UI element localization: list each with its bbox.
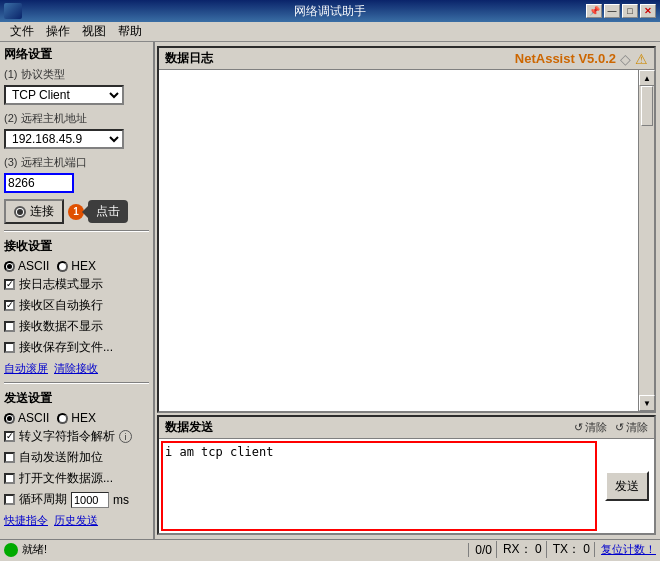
send-links-row: 快捷指令 历史发送 <box>4 513 149 528</box>
log-icons: NetAssist V5.0.2 ◇ ⚠ <box>515 51 648 67</box>
connect-radio-icon <box>14 206 26 218</box>
clear-label-2: 清除 <box>626 420 648 435</box>
data-send-header: 数据发送 ↺ 清除 ↺ 清除 <box>159 417 654 439</box>
log-scrollbar: ▲ ▼ <box>638 70 654 411</box>
cb2-checkbox[interactable] <box>4 300 15 311</box>
protocol-type-select[interactable]: TCP Client TCP Server UDP <box>4 85 124 105</box>
send-hex-radio[interactable] <box>57 413 68 424</box>
status-bar: 就绪! 0/0 RX： 0 TX： 0 复位计数！ <box>0 539 660 559</box>
title-bar: 网络调试助手 📌 — □ ✕ <box>0 0 660 22</box>
menu-bar: 文件 操作 视图 帮助 <box>0 22 660 42</box>
clear-label-1: 清除 <box>585 420 607 435</box>
clear-receive-link[interactable]: 清除接收 <box>54 361 98 376</box>
cb5-label: 转义字符指令解析 <box>19 428 115 445</box>
remote-host-label: (2) 远程主机地址 <box>4 111 149 126</box>
log-content[interactable] <box>159 70 638 411</box>
cb7-row: 打开文件数据源... <box>4 470 149 487</box>
connect-button[interactable]: 连接 <box>4 199 64 224</box>
receive-hex-label[interactable]: HEX <box>57 259 96 273</box>
scroll-thumb <box>641 86 653 126</box>
close-button[interactable]: ✕ <box>640 4 656 18</box>
cb7-label: 打开文件数据源... <box>19 470 113 487</box>
cycle-period-input[interactable] <box>71 492 109 508</box>
cb7-checkbox[interactable] <box>4 473 15 484</box>
cb4-row: 接收保存到文件... <box>4 339 149 356</box>
cb8-label: 循环周期 <box>19 491 67 508</box>
menu-help[interactable]: 帮助 <box>112 21 148 42</box>
scroll-down-arrow[interactable]: ▼ <box>639 395 655 411</box>
menu-view[interactable]: 视图 <box>76 21 112 42</box>
cb1-checkbox[interactable] <box>4 279 15 290</box>
pin-button[interactable]: 📌 <box>586 4 602 18</box>
cb2-label: 接收区自动换行 <box>19 297 103 314</box>
divider-2 <box>4 382 149 384</box>
cb5-checkbox[interactable] <box>4 431 15 442</box>
remote-port-input[interactable] <box>4 173 74 193</box>
cycle-period-unit: ms <box>113 493 129 507</box>
cb6-checkbox[interactable] <box>4 452 15 463</box>
cb3-label: 接收数据不显示 <box>19 318 103 335</box>
send-button[interactable]: 发送 <box>605 471 649 501</box>
receive-hex-radio[interactable] <box>57 261 68 272</box>
rx-label: RX： 0 <box>496 541 542 558</box>
cb8-checkbox[interactable] <box>4 494 15 505</box>
receive-ascii-radio[interactable] <box>4 261 15 272</box>
scroll-track[interactable] <box>639 86 654 395</box>
app-icon <box>4 3 22 19</box>
scroll-up-arrow[interactable]: ▲ <box>639 70 655 86</box>
warn-icon: ⚠ <box>635 51 648 67</box>
send-textarea[interactable]: i am tcp client <box>161 441 597 531</box>
cb8-row: 循环周期 ms <box>4 491 149 508</box>
rx-count: 0/0 <box>468 543 492 557</box>
minimize-button[interactable]: — <box>604 4 620 18</box>
data-send-area: 数据发送 ↺ 清除 ↺ 清除 i am tcp client <box>157 415 656 535</box>
status-icon <box>4 543 18 557</box>
receive-links-row: 自动滚屏 清除接收 <box>4 361 149 376</box>
network-settings-title: 网络设置 <box>4 46 149 63</box>
send-ascii-radio[interactable] <box>4 413 15 424</box>
tooltip-text: 点击 <box>96 204 120 218</box>
right-panel: 数据日志 NetAssist V5.0.2 ◇ ⚠ ▲ ▼ <box>155 42 660 539</box>
netassist-label: NetAssist V5.0.2 <box>515 51 616 66</box>
data-log-area: 数据日志 NetAssist V5.0.2 ◇ ⚠ ▲ ▼ <box>157 46 656 413</box>
remote-host-select[interactable]: 192.168.45.9 <box>4 129 124 149</box>
cb6-row: 自动发送附加位 <box>4 449 149 466</box>
history-send-link[interactable]: 历史发送 <box>54 513 98 528</box>
cb4-label: 接收保存到文件... <box>19 339 113 356</box>
cb3-row: 接收数据不显示 <box>4 318 149 335</box>
connect-label: 连接 <box>30 203 54 220</box>
send-hex-label[interactable]: HEX <box>57 411 96 425</box>
left-panel: 网络设置 (1) 协议类型 TCP Client TCP Server UDP … <box>0 42 155 539</box>
maximize-button[interactable]: □ <box>622 4 638 18</box>
send-settings-title: 发送设置 <box>4 390 149 407</box>
protocol-type-label: (1) 协议类型 <box>4 67 149 82</box>
info-icon[interactable]: i <box>119 430 132 443</box>
log-area-wrapper: ▲ ▼ <box>159 70 654 411</box>
receive-ascii-label[interactable]: ASCII <box>4 259 49 273</box>
remote-port-label: (3) 远程主机端口 <box>4 155 149 170</box>
main-area: 网络设置 (1) 协议类型 TCP Client TCP Server UDP … <box>0 42 660 539</box>
auto-scroll-link[interactable]: 自动滚屏 <box>4 361 48 376</box>
quick-cmd-link[interactable]: 快捷指令 <box>4 513 48 528</box>
receive-settings-title: 接收设置 <box>4 238 149 255</box>
receive-encoding-row: ASCII HEX <box>4 259 149 273</box>
cb1-label: 按日志模式显示 <box>19 276 103 293</box>
menu-file[interactable]: 文件 <box>4 21 40 42</box>
cb5-row: 转义字符指令解析 i <box>4 428 149 445</box>
title-bar-left <box>4 3 22 19</box>
clear-send-btn[interactable]: ↺ 清除 <box>615 420 648 435</box>
data-send-title: 数据发送 <box>165 419 213 436</box>
send-button-area: 发送 <box>599 439 654 533</box>
send-area-wrapper: i am tcp client 发送 <box>159 439 654 533</box>
send-ascii-label[interactable]: ASCII <box>4 411 49 425</box>
send-encoding-row: ASCII HEX <box>4 411 149 425</box>
send-textarea-wrapper: i am tcp client <box>159 439 599 533</box>
clear-log-btn[interactable]: ↺ 清除 <box>574 420 607 435</box>
window-title: 网络调试助手 <box>294 3 366 20</box>
cb3-checkbox[interactable] <box>4 321 15 332</box>
diamond-icon: ◇ <box>620 51 631 67</box>
reset-count-btn[interactable]: 复位计数！ <box>594 542 656 557</box>
cb4-checkbox[interactable] <box>4 342 15 353</box>
menu-operate[interactable]: 操作 <box>40 21 76 42</box>
divider-1 <box>4 230 149 232</box>
